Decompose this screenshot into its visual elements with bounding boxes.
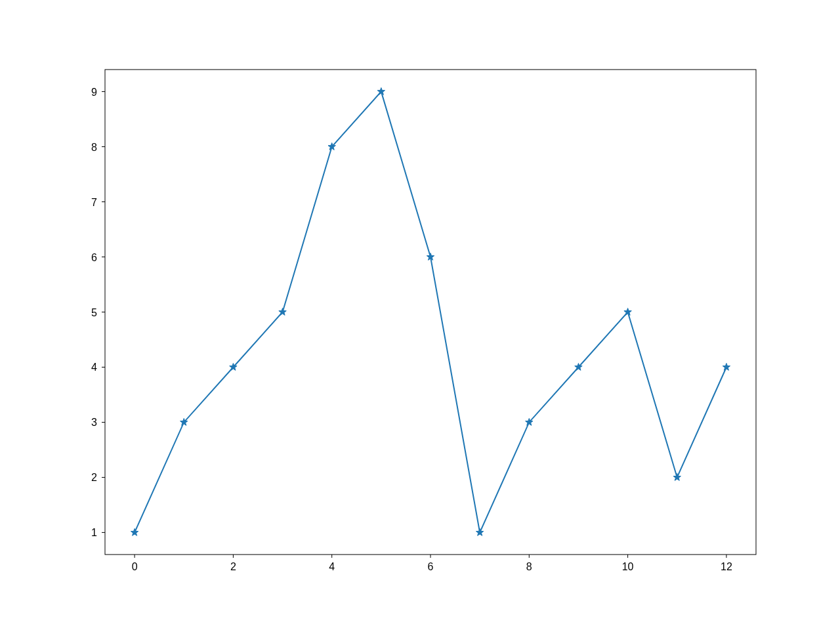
y-tick-label: 7: [91, 197, 97, 208]
y-tick-label: 5: [91, 307, 97, 318]
x-tick-label: 2: [230, 561, 236, 572]
line-chart: 024681012123456789: [0, 0, 840, 630]
y-tick-label: 6: [91, 252, 97, 263]
x-tick-label: 10: [622, 561, 634, 572]
x-tick-label: 0: [132, 561, 138, 572]
y-tick-label: 8: [91, 142, 97, 153]
x-tick-label: 6: [428, 561, 434, 572]
chart-container: 024681012123456789: [0, 0, 840, 630]
plot-border: [105, 70, 756, 555]
data-line: [135, 92, 726, 533]
y-tick-label: 4: [91, 362, 97, 373]
star-marker-icon: [476, 528, 483, 536]
y-tick-label: 2: [91, 472, 97, 483]
x-tick-label: 4: [329, 561, 335, 572]
star-marker-icon: [131, 528, 138, 536]
x-tick-label: 12: [721, 561, 732, 572]
y-tick-label: 1: [91, 527, 97, 538]
y-tick-label: 9: [91, 87, 97, 98]
star-marker-icon: [673, 473, 681, 480]
y-tick-label: 3: [91, 417, 97, 428]
x-tick-label: 8: [526, 561, 532, 572]
star-marker-icon: [723, 363, 730, 370]
